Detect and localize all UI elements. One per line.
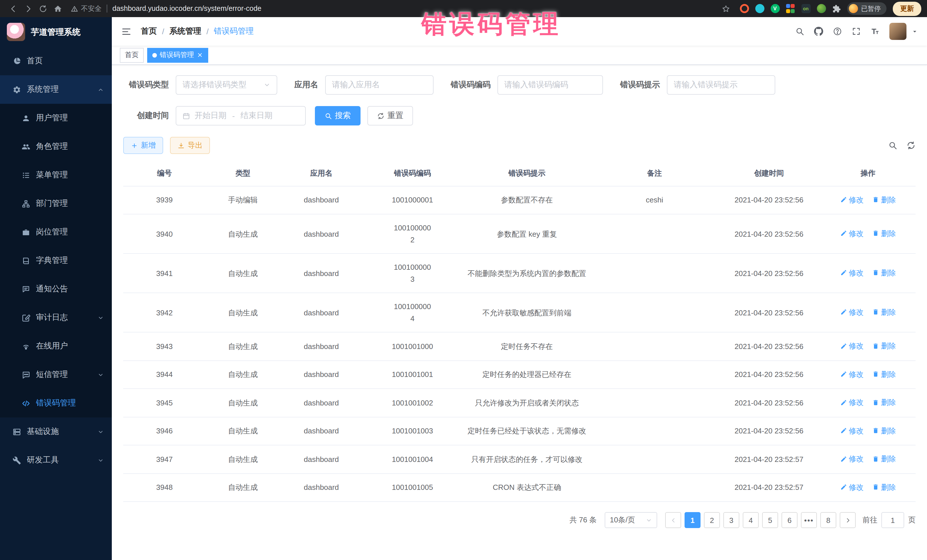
extension-on-badge-icon[interactable]: on (801, 4, 810, 13)
fullscreen-icon[interactable] (852, 27, 861, 36)
total-count-label: 共 76 条 (570, 515, 597, 525)
app-logo[interactable]: 芋道管理系统 (0, 17, 112, 47)
extension-grid-icon[interactable] (786, 4, 795, 13)
sidebar-item-error-code-management[interactable]: 错误码管理 (0, 389, 112, 417)
delete-link[interactable]: 删除 (872, 481, 896, 493)
extensions-puzzle-icon[interactable] (832, 4, 840, 13)
page-4-button[interactable]: 4 (743, 512, 759, 528)
delete-link[interactable]: 删除 (872, 453, 896, 465)
avatar-caret-down-icon[interactable] (912, 28, 918, 35)
browser-home-icon[interactable] (50, 2, 65, 15)
extension-leaf-icon[interactable] (817, 4, 826, 13)
breadcrumb-item[interactable]: 首页 (141, 26, 157, 36)
sidebar-item-dev-tools[interactable]: 研发工具 (0, 446, 112, 475)
security-warning-icon[interactable] (71, 5, 78, 12)
cell-type: 自动生成 (206, 332, 280, 360)
page-jump-input[interactable] (881, 512, 904, 528)
help-icon[interactable] (833, 27, 842, 36)
sidebar-item-user-management[interactable]: 用户管理 (0, 104, 112, 132)
edit-link[interactable]: 修改 (840, 228, 864, 240)
app-name-input[interactable]: 请输入应用名 (325, 75, 433, 95)
page-3-button[interactable]: 3 (723, 512, 739, 528)
sidebar-item-post-management[interactable]: 岗位管理 (0, 218, 112, 246)
filter-app-name: 应用名 请输入应用名 (294, 75, 433, 95)
date-range-picker[interactable]: 开始日期 - 结束日期 (176, 106, 306, 126)
browser-reload-icon[interactable] (35, 2, 50, 15)
tab-error-code[interactable]: 错误码管理 (147, 48, 208, 62)
edit-link[interactable]: 修改 (840, 453, 864, 465)
breadcrumb-item[interactable]: 系统管理 (169, 26, 201, 36)
page-more-button[interactable]: ••• (801, 512, 817, 528)
sidebar-item-system-management[interactable]: 系统管理 (0, 75, 112, 104)
extension-drop-icon[interactable] (755, 4, 764, 13)
sidebar-item-online-user[interactable]: 在线用户 (0, 332, 112, 360)
browser-toolbar: 不安全 dashboard.yudao.iocoder.cn/system/er… (0, 0, 927, 17)
add-button[interactable]: 新增 (123, 137, 163, 154)
profile-chip[interactable]: 已暂停 (847, 2, 886, 15)
browser-update-button[interactable]: 更新 (893, 2, 921, 16)
github-icon[interactable] (814, 27, 823, 36)
edit-link[interactable]: 修改 (840, 425, 864, 437)
chevron-down-icon (264, 82, 271, 88)
toggle-search-icon[interactable] (888, 141, 897, 150)
delete-link[interactable]: 删除 (872, 425, 896, 437)
page-6-button[interactable]: 6 (781, 512, 798, 528)
font-size-icon[interactable] (871, 27, 880, 36)
sidebar-toggle-icon[interactable] (121, 26, 132, 37)
search-button[interactable]: 搜索 (315, 106, 360, 126)
page-8-button[interactable]: 8 (820, 512, 836, 528)
edit-link[interactable]: 修改 (840, 368, 864, 380)
user-avatar[interactable] (889, 23, 906, 40)
edit-link[interactable]: 修改 (840, 340, 864, 352)
export-button[interactable]: 导出 (170, 137, 210, 154)
sidebar-item-notice[interactable]: 通知公告 (0, 275, 112, 304)
chevron-down-icon (97, 372, 104, 378)
sidebar-item-menu-management[interactable]: 菜单管理 (0, 161, 112, 189)
delete-link[interactable]: 删除 (872, 267, 896, 279)
close-tab-icon[interactable] (197, 52, 203, 58)
sidebar-item-audit-log[interactable]: 审计日志 (0, 304, 112, 332)
refresh-table-icon[interactable] (906, 141, 916, 150)
sidebar-item-infrastructure[interactable]: 基础设施 (0, 417, 112, 446)
page-2-button[interactable]: 2 (704, 512, 720, 528)
delete-link[interactable]: 删除 (872, 368, 896, 380)
sidebar-item-dept-management[interactable]: 部门管理 (0, 189, 112, 218)
sidebar-item-sms-management[interactable]: 短信管理 (0, 360, 112, 389)
delete-link[interactable]: 删除 (872, 306, 896, 318)
delete-link[interactable]: 删除 (872, 228, 896, 240)
edit-link[interactable]: 修改 (840, 481, 864, 493)
cell-hint: 定时任务已经处于该状态，无需修改 (462, 417, 591, 445)
app-title: 芋道管理系统 (31, 27, 81, 37)
extension-record-icon[interactable] (740, 4, 749, 13)
prev-page-button[interactable] (665, 512, 681, 528)
page-size-select[interactable]: 10条/页 (605, 512, 657, 528)
next-page-button[interactable] (840, 512, 856, 528)
edit-link[interactable]: 修改 (840, 267, 864, 279)
org-icon (22, 199, 30, 208)
edit-link[interactable]: 修改 (840, 194, 864, 206)
edit-link[interactable]: 修改 (840, 306, 864, 318)
extension-v-icon[interactable]: V (770, 4, 780, 13)
cell-id: 3939 (123, 186, 206, 214)
browser-forward-icon[interactable] (21, 2, 35, 15)
error-type-select[interactable]: 请选择错误码类型 (176, 75, 277, 95)
tab-home[interactable]: 首页 (120, 48, 144, 62)
sidebar-item-role-management[interactable]: 角色管理 (0, 132, 112, 161)
sidebar-item-dict-management[interactable]: 字典管理 (0, 246, 112, 275)
delete-link[interactable]: 删除 (872, 340, 896, 352)
header-code: 错误码编码 (363, 161, 462, 186)
page-1-button[interactable]: 1 (685, 512, 701, 528)
edit-link[interactable]: 修改 (840, 396, 864, 408)
sidebar-item-home[interactable]: 首页 (0, 47, 112, 75)
delete-link[interactable]: 删除 (872, 194, 896, 206)
error-hint-input[interactable]: 请输入错误码提示 (667, 75, 775, 95)
delete-link[interactable]: 删除 (872, 396, 896, 408)
address-bar[interactable]: 不安全 dashboard.yudao.iocoder.cn/system/er… (71, 2, 719, 15)
reset-button[interactable]: 重置 (368, 106, 413, 126)
header-search-icon[interactable] (795, 27, 804, 36)
browser-back-icon[interactable] (6, 2, 21, 15)
page-5-button[interactable]: 5 (762, 512, 778, 528)
bookmark-star-icon[interactable] (719, 2, 733, 15)
error-code-input[interactable]: 请输入错误码编码 (497, 75, 603, 95)
logo-image (7, 23, 25, 41)
